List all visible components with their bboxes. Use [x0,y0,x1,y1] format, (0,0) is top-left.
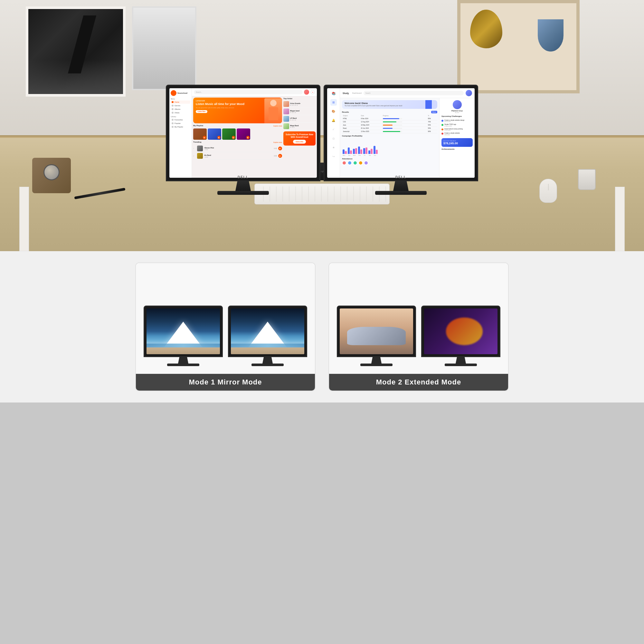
sc-playlist-item-1[interactable]: ▶ [193,128,207,140]
chart-day-label: Wed [352,155,356,156]
study-table-row: React 20 Jun 2024 50% [342,127,437,130]
sc-nav-artists[interactable]: Artists [171,111,190,114]
subject-percent: 90% [427,130,437,133]
study-sidebar-notifications[interactable]: 🔔 [330,117,337,124]
challenge-date: 28 Feb 2025 [444,121,465,122]
study-app[interactable]: 📚 ⊞ 🎨 🔔 ✓ ◎ ★ ↪ [327,88,475,178]
study-left-panel: Welcome back! Diana You have completed 6… [340,98,439,178]
col-date: Date [360,114,382,117]
chart-day-label: Tue [347,155,351,156]
study-attendance-section: Attendance [342,158,437,165]
artist-followers-2: ★ ★ ★ ★ [290,112,316,113]
study-sidebar-logout[interactable]: ↪ [330,153,337,160]
subject-name: React [342,127,360,130]
study-sidebar-art[interactable]: 🎨 [330,108,337,115]
sc-search-bar[interactable]: Search... [194,90,303,94]
study-table-row: HTML 8 Nov 2024 85% [342,117,437,120]
study-achievements-title: Achievements [441,148,473,150]
chart-day-label: Sat [368,155,372,156]
trending-play-1[interactable]: ▶ [278,147,282,150]
att-avatar-3 [353,161,357,165]
trending-info-1: •Steven Pilot ♪ artist [204,147,272,150]
soundcloud-screen[interactable]: Souncloud Menu Home Genres [169,88,317,178]
challenge-info: Simple TODO app 31 March 2025 [444,124,456,127]
mode1-frame-left [144,306,223,357]
sc-subscribe-banner: Subscribe To Premium Now With SoundCloud… [283,131,316,146]
sc-explore-btn[interactable]: Explore more [273,125,282,127]
playlist-dot [172,126,174,128]
trending-info-2: Als Band ♪ artist [204,154,272,158]
study-more-btn[interactable]: More [431,111,437,113]
sc-top-artist-title: Top Artist [283,98,316,99]
study-sidebar: 📚 ⊞ 🎨 🔔 ✓ ◎ ★ ↪ [327,88,340,178]
bottom-section: Mode 1 Mirror Mode [0,251,644,403]
sc-nav-genres[interactable]: Genres [171,104,190,107]
study-sidebar-dashboard[interactable]: ⊞ [330,99,337,106]
soundcloud-app[interactable]: Souncloud Menu Home Genres [169,88,317,178]
sc-artist-1[interactable]: Arina Grande ★ ★ ★ ★ ★ [283,100,316,108]
sc-artist-2[interactable]: Megan band ★ ★ ★ ★ [283,108,316,115]
study-sidebar-goals[interactable]: ◎ [330,135,337,142]
mode2-screen-right [424,308,497,354]
chart-bar-group [358,147,362,154]
subject-progress-bar [382,117,427,120]
study-screen[interactable]: 📚 ⊞ 🎨 🔔 ✓ ◎ ★ ↪ [327,88,475,178]
sc-nav-playlist[interactable]: My Playlist [171,125,190,128]
sc-artist-3[interactable]: LP Band ★ ★ ★ ★ [283,115,316,123]
sc-nav-popular[interactable]: Popular [171,122,190,125]
sc-nav-home[interactable]: Home [171,100,190,104]
sc-playlist-title: My Playlist [193,125,203,127]
challenge-text: Simple TODO app [444,124,456,125]
challenge-date: 31 March 2025 [444,126,456,127]
chart-bar-pink [355,148,357,154]
study-table-row: CSS 12 Aug 2024 70% [342,120,437,123]
sc-nav-pop-label: Popular [175,122,181,124]
monitor-stand-right [391,181,411,191]
sc-listen-now-btn[interactable]: Listen Now [196,110,207,113]
trending-play-2[interactable]: ▶ [278,154,282,158]
mode1-label-bar: Mode 1 Mirror Mode [136,374,315,391]
artist-followers-4: ★ ★ ★ [290,127,316,128]
sc-subscribe-btn[interactable]: Subscribe [293,140,306,144]
chart-bar-group [353,148,357,154]
home-dot [172,101,174,103]
sc-sidebar: Souncloud Menu Home Genres [169,88,192,178]
mode2-label-bar: Mode 2 Extended Mode [329,374,508,391]
mode2-stand-left [370,357,383,364]
play-btn-4[interactable]: ▶ [246,136,250,139]
sc-playlist-item-4[interactable]: ▶ [237,128,250,140]
subject-percent: 70% [427,120,437,123]
mouse[interactable] [539,179,557,203]
monitor-frame-left: Souncloud Menu Home Genres [166,85,320,181]
play-btn-3[interactable]: ▶ [232,136,235,139]
study-challenges-list: Create a simple website design 28 Feb 20… [441,119,473,137]
subject-progress-bar [382,127,427,130]
mode1-base-right [251,364,284,366]
study-search-bar[interactable]: Search [364,91,464,95]
sc-playlist-item-3[interactable]: ▶ [222,128,236,140]
sc-nav-favourites[interactable]: Favourites [171,118,190,121]
sc-subscribe-title: Subscribe To Premium Now With SoundCloud [285,133,314,138]
sc-nav-albums-label: Albums [175,108,180,110]
play-btn-2[interactable]: ▶ [217,136,221,139]
mode1-mountain-left [147,308,220,354]
dell-logo-right: DELL [395,175,406,179]
mode1-screen-right [231,308,304,354]
mug [578,169,596,190]
sc-user-avatar[interactable] [304,90,309,95]
sc-trending-item-1[interactable]: 1 •Steven Pilot ♪ artist 4:45 ▶ [193,145,282,152]
sc-artist-4[interactable]: Mega Band ★ ★ ★ [283,123,316,130]
sc-playlist-item-2[interactable]: ▶ [208,128,221,140]
sc-nav-albums[interactable]: Albums [171,108,190,111]
mode1-stand-left [177,357,190,364]
sc-trending-explore[interactable]: Explore more [273,142,282,143]
study-challenge-item: Create a simple website 30/05/2025 [441,132,473,135]
sc-notification-btn[interactable]: × [310,90,315,94]
play-btn-1[interactable]: ▶ [203,136,206,139]
sc-trending-item-2[interactable]: 2 Als Band ♪ artist 3:05 ▶ [193,152,282,160]
study-sidebar-ratings[interactable]: ★ [330,144,337,151]
chart-bar-pink [345,151,347,154]
study-sidebar-tasks[interactable]: ✓ [330,126,337,133]
mode2-monitors [329,263,508,374]
artist-followers-1: ★ ★ ★ ★ ★ [290,104,316,106]
